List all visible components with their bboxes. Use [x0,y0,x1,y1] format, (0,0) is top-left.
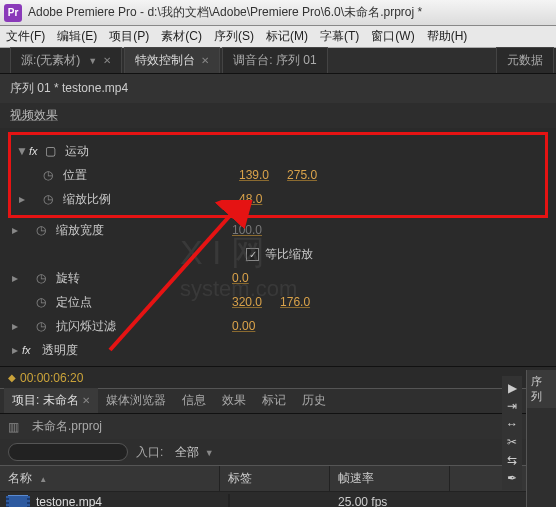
twirl-right-icon[interactable]: ▸ [8,271,22,285]
chevron-down-icon: ▼ [205,448,214,458]
antiflicker-label: 抗闪烁过滤 [52,318,232,335]
tab-metadata[interactable]: 元数据 [496,47,554,73]
position-x-value[interactable]: 139.0 [239,168,269,182]
menu-sequence[interactable]: 序列(S) [208,26,260,47]
rotation-row: ▸ ◷ 旋转 0.0 [8,266,548,290]
titlebar-text: Adobe Premiere Pro - d:\我的文档\Adobe\Premi… [28,4,422,21]
stopwatch-icon[interactable]: ◷ [36,271,52,285]
menubar: 文件(F) 编辑(E) 项目(P) 素材(C) 序列(S) 标记(M) 字幕(T… [0,26,556,48]
project-bin-name: 未命名.prproj [32,418,102,435]
tab-metadata-label: 元数据 [507,52,543,69]
menu-marker[interactable]: 标记(M) [260,26,314,47]
project-header: ▥ 未命名.prproj 3 项 [0,414,556,439]
filter-select[interactable]: 全部 ▼ [171,444,217,461]
close-icon[interactable]: ✕ [103,55,111,66]
clip-name: testone.mp4 [36,495,228,507]
filter-label: 入口: [136,444,163,461]
fx-badge-icon: fx [22,344,38,356]
sort-asc-icon: ▲ [39,475,47,484]
transform-icon: ▢ [45,144,61,158]
close-icon[interactable]: ✕ [82,395,90,406]
anchor-x-value[interactable]: 320.0 [232,295,262,309]
stopwatch-icon[interactable]: ◷ [43,192,59,206]
twirl-right-icon[interactable]: ▸ [8,343,22,357]
anchor-label: 定位点 [52,294,232,311]
stopwatch-icon[interactable]: ◷ [36,319,52,333]
tab-audio-mixer[interactable]: 调音台: 序列 01 [222,47,327,73]
menu-project[interactable]: 项目(P) [103,26,155,47]
anchor-row: ◷ 定位点 320.0 176.0 [8,290,548,314]
sequence-panel-stub: 序列 [526,370,556,507]
video-clip-icon [8,495,28,507]
uniform-scale-row[interactable]: ✓ 等比缩放 [8,242,548,266]
ripple-tool-icon[interactable]: ↔ [504,416,520,432]
tab-marker[interactable]: 标记 [254,388,294,413]
motion-row[interactable]: ▼ fx ▢ 运动 [15,139,541,163]
tool-strip: ▶ ⇥ ↔ ✂ ⇆ ✒ [502,376,522,490]
highlight-box: ▼ fx ▢ 运动 ◷ 位置 139.0 275.0 ▸ ◷ 缩放比例 48.0 [8,132,548,218]
stopwatch-icon[interactable]: ◷ [36,295,52,309]
selection-tool-icon[interactable]: ▶ [504,380,520,396]
razor-tool-icon[interactable]: ✂ [504,434,520,450]
slip-tool-icon[interactable]: ⇆ [504,452,520,468]
menu-file[interactable]: 文件(F) [0,26,51,47]
label-swatch[interactable] [228,494,230,507]
timecode-value[interactable]: 00:00:06:20 [20,371,83,385]
antiflicker-value[interactable]: 0.00 [232,319,255,333]
stopwatch-icon: ◷ [36,223,52,237]
uniform-scale-label: 等比缩放 [265,246,313,263]
tab-project[interactable]: 项目: 未命名 ✕ [4,388,98,413]
col-rate[interactable]: 帧速率 [330,466,450,491]
position-y-value[interactable]: 275.0 [287,168,317,182]
twirl-right-icon[interactable]: ▸ [15,192,29,206]
video-effects-header: 视频效果 [0,103,556,128]
tab-media-browser[interactable]: 媒体浏览器 [98,388,174,413]
tab-source[interactable]: 源:(无素材) ▼ ✕ [10,47,122,73]
checkbox-checked-icon[interactable]: ✓ [246,248,259,261]
tab-info[interactable]: 信息 [174,388,214,413]
col-name[interactable]: 名称 ▲ [0,466,220,491]
menu-edit[interactable]: 编辑(E) [51,26,103,47]
table-row[interactable]: testone.mp4 25.00 fps [0,492,556,507]
col-label[interactable]: 标签 [220,466,330,491]
bin-icon: ▥ [8,420,26,434]
close-icon[interactable]: ✕ [201,55,209,66]
menu-help[interactable]: 帮助(H) [421,26,474,47]
menu-window[interactable]: 窗口(W) [365,26,420,47]
scale-width-row: ▸ ◷ 缩放宽度 100.0 [8,218,548,242]
sequence-clip-title: 序列 01 * testone.mp4 [0,74,556,103]
pen-tool-icon[interactable]: ✒ [504,470,520,486]
position-label: 位置 [59,167,239,184]
tab-audio-mixer-label: 调音台: 序列 01 [233,52,316,69]
tab-effect-controls-label: 特效控制台 [135,52,195,69]
opacity-row[interactable]: ▸ fx 透明度 [8,338,548,362]
tab-sequence[interactable]: 序列 [527,370,556,408]
menu-title[interactable]: 字幕(T) [314,26,365,47]
app-icon: Pr [4,4,22,22]
timecode-row: ◆ 00:00:06:20 [0,366,556,388]
menu-clip[interactable]: 素材(C) [155,26,208,47]
scale-label: 缩放比例 [59,191,239,208]
track-select-tool-icon[interactable]: ⇥ [504,398,520,414]
project-filter-row: 入口: 全部 ▼ [0,439,556,465]
tab-project-label: 项目: 未命名 [12,393,79,407]
stopwatch-icon[interactable]: ◷ [43,168,59,182]
tab-history[interactable]: 历史 [294,388,334,413]
fx-badge-icon: fx [29,145,45,157]
tab-effects[interactable]: 效果 [214,388,254,413]
twirl-down-icon[interactable]: ▼ [15,144,29,158]
search-input[interactable] [8,443,128,461]
scale-value[interactable]: 48.0 [239,192,262,206]
rotation-label: 旋转 [52,270,232,287]
anchor-y-value[interactable]: 176.0 [280,295,310,309]
scale-width-value: 100.0 [232,223,262,237]
diamond-icon: ◆ [8,372,16,383]
clip-rate: 25.00 fps [338,495,458,507]
rotation-value[interactable]: 0.0 [232,271,249,285]
tab-effect-controls[interactable]: 特效控制台 ✕ [124,47,220,73]
chevron-down-icon: ▼ [88,56,97,66]
twirl-right-icon[interactable]: ▸ [8,319,22,333]
panel-tabs-top: 源:(无素材) ▼ ✕ 特效控制台 ✕ 调音台: 序列 01 元数据 [0,48,556,74]
motion-label: 运动 [61,143,241,160]
grid-header: 名称 ▲ 标签 帧速率 [0,465,556,492]
